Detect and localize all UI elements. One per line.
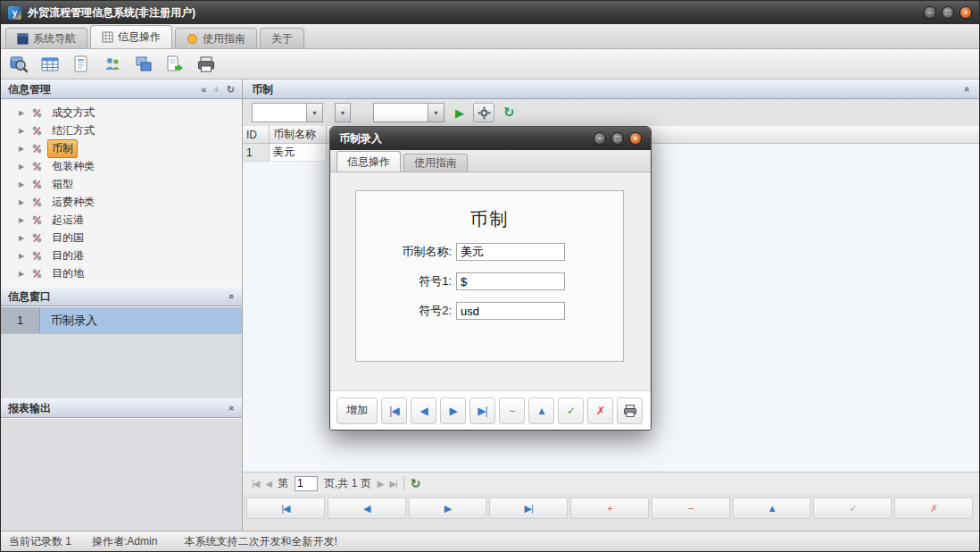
expand-arrow-icon[interactable]: ▶ [19,270,27,278]
expand-arrow-icon[interactable]: ▶ [19,252,27,260]
first-page-icon[interactable]: |◀ [252,479,259,489]
tree-item-deal-method[interactable]: ▶ 成交方式 [1,104,242,121]
tree-item-label[interactable]: 运费种类 [47,193,99,212]
tree-item-label[interactable]: 目的港 [47,247,88,265]
edit-record-button[interactable]: ▲ [733,498,811,519]
tree-item-destination-country[interactable]: ▶ 目的国 [1,229,242,247]
collapse-panel-icon[interactable]: « [227,294,237,299]
refresh-grid-button[interactable]: ↻ [503,105,515,121]
last-record-button[interactable]: ▶| [489,498,568,519]
tree-item-freight-type[interactable]: ▶ 运费种类 [1,193,242,211]
refresh-icon[interactable]: ↻ [227,84,235,96]
report-output-panel-header[interactable]: 报表输出 « [1,398,242,418]
tree-item-packing-type[interactable]: ▶ 包装种类 [1,157,242,175]
add-record-button[interactable]: + [570,498,649,519]
table-view-button[interactable] [38,53,62,76]
prev-record-button[interactable]: ◀ [411,397,436,424]
filter-operator-dropdown-icon[interactable]: ▼ [335,103,351,122]
users-button[interactable] [101,53,124,76]
cancel-button[interactable]: ✗ [894,498,973,519]
first-record-button[interactable]: |◀ [246,498,325,519]
column-header-name[interactable]: 币制名称 [270,126,327,143]
tab-user-guide[interactable]: 使用指南 [175,28,257,48]
cancel-button[interactable]: ✗ [587,397,613,424]
prev-page-icon[interactable]: ◀ [265,479,271,489]
refresh-page-icon[interactable]: ↻ [411,476,421,490]
filter-value-input[interactable] [373,103,428,122]
expand-arrow-icon[interactable]: ▶ [19,163,27,171]
expand-arrow-icon[interactable]: ▶ [19,109,27,117]
tree-item-settlement-method[interactable]: ▶ 结汇方式 [1,121,242,139]
list-item-currency-entry[interactable]: 1 币制录入 [1,307,242,334]
dialog-tab-info-operation[interactable]: 信息操作 [336,151,401,171]
collapse-panel-icon[interactable]: « [227,406,237,411]
tab-info-operation[interactable]: 信息操作 [90,25,172,48]
confirm-button[interactable]: ✓ [813,498,892,519]
tree-item-destination[interactable]: ▶ 目的地 [1,264,242,282]
next-page-icon[interactable]: ▶ [378,479,384,489]
cell-name[interactable]: 美元 [270,144,327,162]
last-page-icon[interactable]: ▶| [389,479,396,489]
expand-arrow-icon[interactable]: ▶ [19,234,27,242]
tree-item-label[interactable]: 结汇方式 [47,121,99,140]
tree-item-departure-port[interactable]: ▶ 起运港 [1,211,242,229]
print-button[interactable] [195,53,218,76]
tree-item-label[interactable]: 目的地 [47,264,88,283]
tree-item-destination-port[interactable]: ▶ 目的港 [1,247,242,264]
print-button[interactable] [617,397,643,424]
delete-record-button[interactable]: − [499,397,525,424]
cell-id[interactable]: 1 [243,144,270,162]
prev-record-button[interactable]: ◀ [328,498,406,519]
tab-about[interactable]: 关于 [260,28,304,48]
collapse-content-icon[interactable]: « [962,87,973,92]
delete-record-button[interactable]: − [652,498,730,519]
tree-item-label[interactable]: 起运港 [47,211,88,230]
dialog-maximize-button[interactable]: □ [611,132,624,145]
dropdown-icon[interactable]: ▼ [307,103,323,122]
collapse-sidebar-icon[interactable]: « [201,84,206,95]
edit-record-button[interactable]: ▲ [528,397,554,424]
page-number-input[interactable] [295,476,318,491]
maximize-button[interactable]: □ [942,6,954,19]
dropdown-icon[interactable]: ▼ [428,103,444,122]
export-button[interactable] [163,53,187,76]
symbol-2-input[interactable] [456,302,565,320]
next-record-button[interactable]: ▶ [409,498,487,519]
close-button[interactable]: × [959,6,972,19]
document-button[interactable] [70,53,93,76]
expand-arrow-icon[interactable]: ▶ [19,145,27,153]
first-record-button[interactable]: |◀ [381,397,407,424]
dialog-title-bar[interactable]: 币制录入 − □ × [330,127,651,150]
expand-arrow-icon[interactable]: ▶ [19,180,27,188]
expand-arrow-icon[interactable]: ▶ [19,198,27,206]
tree-item-label[interactable]: 箱型 [47,175,78,194]
minimize-button[interactable]: − [924,6,936,19]
info-window-panel-header[interactable]: 信息窗口 « [1,287,242,306]
list-item-label[interactable]: 币制录入 [40,307,242,333]
add-button[interactable]: 增加 [336,397,378,424]
dialog-minimize-button[interactable]: − [594,132,606,145]
add-icon[interactable]: + [213,84,219,95]
last-record-button[interactable]: ▶| [469,397,495,424]
dialog-close-button[interactable]: × [629,132,642,145]
currency-name-input[interactable] [456,243,565,261]
tree-item-currency[interactable]: ▶ 币制 [1,139,242,157]
expand-arrow-icon[interactable]: ▶ [19,127,27,135]
tree-item-label[interactable]: 包装种类 [47,157,99,176]
next-record-button[interactable]: ▶ [440,397,466,424]
dialog-tab-user-guide[interactable]: 使用指南 [403,154,468,171]
tree-item-label-selected[interactable]: 币制 [47,139,78,158]
symbol-1-input[interactable] [456,272,565,290]
filter-settings-button[interactable] [473,103,494,122]
filter-field-input[interactable] [252,103,307,122]
expand-arrow-icon[interactable]: ▶ [19,216,27,224]
save-button[interactable]: ✓ [558,397,584,424]
info-management-panel-header[interactable]: 信息管理 « + ↻ [1,79,242,99]
run-filter-button[interactable]: ▶ [455,106,464,120]
tab-system-nav[interactable]: 系统导航 [5,28,87,48]
windows-button[interactable] [132,53,155,76]
tree-item-label[interactable]: 成交方式 [47,104,99,122]
tree-item-container-type[interactable]: ▶ 箱型 [1,175,242,193]
search-button[interactable] [7,53,30,76]
tree-item-label[interactable]: 目的国 [47,229,88,247]
